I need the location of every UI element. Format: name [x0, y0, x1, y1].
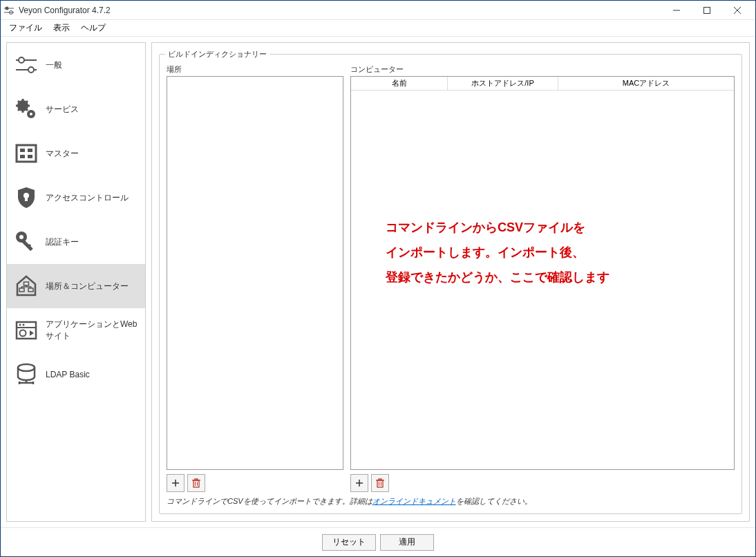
window-controls [661, 1, 753, 19]
reset-button[interactable]: リセット [322, 534, 376, 551]
sidebar-item-access-control[interactable]: アクセスコントロール [7, 176, 145, 220]
svg-rect-33 [24, 282, 29, 285]
svg-rect-22 [28, 149, 32, 152]
computers-label: コンピューター [350, 64, 735, 75]
menubar: ファイル 表示 ヘルプ [1, 20, 755, 37]
svg-rect-60 [379, 479, 381, 480]
locations-buttons [167, 474, 343, 492]
delete-location-button[interactable] [187, 474, 205, 492]
titlebar: Veyon Configurator 4.7.2 [1, 1, 755, 20]
window-title: Veyon Configurator 4.7.2 [19, 6, 661, 15]
sidebar-item-label: アクセスコントロール [46, 192, 129, 204]
plus-icon [355, 479, 363, 487]
computers-panel: コンピューター 名前 ホストアドレス/IP MACアドレス コマンドラインからC… [350, 64, 735, 492]
close-button[interactable] [722, 1, 753, 20]
svg-rect-51 [193, 480, 199, 487]
grid-icon [14, 141, 39, 166]
gears-icon [14, 97, 39, 122]
shield-lock-icon [14, 185, 39, 210]
sidebar-item-service[interactable]: サービス [7, 87, 145, 131]
network-icon [14, 274, 39, 299]
header-mac[interactable]: MACアドレス [558, 77, 734, 90]
groupbox-title: ビルドインディクショナリー [165, 49, 270, 59]
menu-file[interactable]: ファイル [3, 21, 48, 35]
svg-point-40 [19, 324, 21, 326]
svg-rect-5 [704, 8, 710, 14]
minimize-button[interactable] [661, 1, 692, 20]
panels: 場所 コンピューター [167, 64, 735, 492]
computers-buttons [350, 474, 735, 492]
locations-panel: 場所 [167, 64, 343, 492]
svg-rect-24 [28, 155, 32, 158]
key-icon [14, 229, 39, 254]
main-area: 一般 サービス マスター アクセスコントロール [1, 37, 755, 527]
sidebar-item-locations-computers[interactable]: 場所＆コンピューター [7, 264, 145, 308]
svg-point-28 [19, 235, 23, 239]
menu-help[interactable]: ヘルプ [75, 21, 111, 35]
hint-suffix: を確認してください。 [456, 497, 532, 505]
svg-rect-29 [21, 240, 32, 251]
sidebar: 一般 サービス マスター アクセスコントロール [6, 42, 146, 522]
svg-point-9 [19, 57, 24, 63]
plus-icon [171, 479, 180, 487]
header-name[interactable]: 名前 [351, 77, 448, 90]
bottom-bar: リセット 適用 [1, 527, 755, 556]
online-doc-link[interactable]: オンラインドキュメント [372, 497, 456, 505]
trash-icon [376, 478, 384, 488]
sidebar-item-ldap[interactable]: LDAP Basic [7, 352, 145, 397]
computers-table[interactable]: 名前 ホストアドレス/IP MACアドレス コマンドラインからCSVファイルをイ… [350, 76, 735, 470]
add-location-button[interactable] [167, 474, 185, 492]
locations-label: 場所 [167, 64, 343, 75]
maximize-icon [703, 7, 710, 14]
delete-computer-button[interactable] [371, 474, 389, 492]
hint-prefix: コマンドラインでCSVを使ってインポートできます。詳細は [167, 497, 372, 505]
svg-point-15 [30, 113, 32, 115]
content-panel: ビルドインディクショナリー 場所 [151, 42, 750, 522]
apply-button[interactable]: 適用 [380, 534, 434, 551]
sidebar-item-master[interactable]: マスター [7, 131, 145, 176]
svg-rect-58 [377, 480, 383, 487]
sidebar-item-label: 場所＆コンピューター [46, 281, 129, 292]
svg-marker-43 [30, 330, 34, 336]
svg-point-44 [18, 364, 35, 371]
database-icon [14, 362, 39, 387]
svg-rect-21 [20, 149, 25, 152]
svg-rect-23 [20, 155, 25, 158]
svg-rect-20 [17, 145, 36, 162]
svg-rect-26 [25, 196, 28, 201]
trash-icon [192, 478, 200, 488]
sidebar-item-label: アプリケーションとWebサイト [46, 319, 138, 342]
app-window-icon [14, 318, 39, 343]
sidebar-item-label: マスター [46, 148, 79, 160]
svg-point-42 [20, 330, 26, 337]
sliders-icon [14, 53, 39, 77]
maximize-button[interactable] [692, 1, 722, 20]
sidebar-item-label: LDAP Basic [46, 370, 90, 379]
sidebar-item-general[interactable]: 一般 [7, 43, 145, 87]
close-icon [734, 7, 741, 14]
menu-view[interactable]: 表示 [48, 21, 75, 35]
locations-list[interactable] [167, 76, 343, 470]
sidebar-item-apps-websites[interactable]: アプリケーションとWebサイト [7, 308, 145, 352]
svg-rect-32 [28, 288, 33, 292]
svg-point-11 [28, 67, 34, 73]
sidebar-item-label: サービス [46, 104, 79, 115]
app-icon [3, 5, 15, 16]
annotation-overlay: コマンドラインからCSVファイルをインポートします。インポート後、登録できたかど… [386, 215, 720, 290]
svg-rect-31 [19, 288, 24, 292]
csv-hint: コマンドラインでCSVを使ってインポートできます。詳細はオンラインドキュメントを… [167, 496, 735, 507]
header-host[interactable]: ホストアドレス/IP [448, 77, 558, 90]
svg-rect-53 [195, 479, 198, 480]
svg-point-41 [23, 324, 25, 326]
add-computer-button[interactable] [350, 474, 368, 492]
builtin-dictionary-groupbox: ビルドインディクショナリー 場所 [159, 54, 742, 514]
sidebar-item-label: 認証キー [46, 236, 79, 248]
minimize-icon [673, 7, 680, 14]
sidebar-item-label: 一般 [46, 59, 62, 71]
table-header: 名前 ホストアドレス/IP MACアドレス [351, 77, 734, 91]
sidebar-item-auth-keys[interactable]: 認証キー [7, 220, 145, 264]
